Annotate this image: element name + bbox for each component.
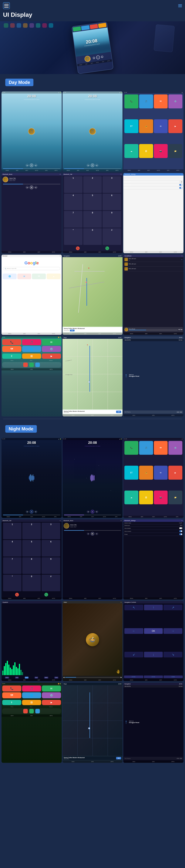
app-files[interactable]: 📁 (168, 144, 182, 158)
night-dial-1[interactable]: 1 (3, 523, 22, 539)
nav-btn-2[interactable]: ZOOM- (144, 676, 163, 678)
night-ios-yt[interactable]: ▶ (42, 700, 61, 705)
prev-btn-2[interactable]: ◀◀ (87, 164, 89, 167)
eq-ctrl-1[interactable]: ROCK (5, 677, 9, 679)
night-call-start[interactable]: 📞 (44, 593, 48, 596)
nav-arrow-ne[interactable]: ↗ (163, 604, 182, 610)
night-app-settings[interactable]: ⚙️ (168, 441, 182, 455)
video-next[interactable]: ▶ (121, 677, 122, 678)
ios-app-phone[interactable]: 📞 (2, 339, 21, 345)
dial-star[interactable]: * (64, 228, 82, 245)
night-bt-prev[interactable]: ◀◀ (87, 532, 89, 535)
night-ios-settings[interactable]: ⚙️ (42, 692, 61, 698)
app-bt[interactable]: BT (125, 119, 138, 133)
video-prev[interactable]: ◀ (63, 677, 64, 678)
night-ios-msg[interactable]: ✉ (42, 685, 61, 691)
night-dial-hash[interactable]: # (42, 575, 60, 591)
widget-next[interactable]: ▶▶ (180, 411, 182, 413)
next-btn-2[interactable]: ▶▶ (96, 164, 98, 167)
nav-arrow-w[interactable]: ← (125, 628, 143, 634)
ios-app-safari[interactable]: 🌐 (22, 346, 41, 352)
night-dial-5[interactable]: 5 (22, 540, 41, 557)
eq-ctrl-3[interactable]: JAZZ (25, 677, 28, 679)
dock-item-3[interactable] (35, 363, 40, 367)
night-prev-1[interactable]: ◀◀ (26, 510, 28, 513)
menu-icon[interactable] (3, 2, 10, 9)
night-app-video[interactable]: ▶ (168, 466, 182, 479)
call-end-btn[interactable]: 📞 (76, 246, 80, 250)
night-ios-maps[interactable]: 🗺 (2, 692, 21, 698)
nav-dots[interactable] (178, 4, 182, 7)
nav-btn-3[interactable]: HOME (163, 676, 183, 678)
bt-prev[interactable]: ◀◀ (26, 186, 28, 189)
night-dock-2[interactable] (29, 709, 34, 713)
night-ios-safari[interactable]: 🌐 (22, 692, 41, 698)
night-app-bt[interactable]: BT (125, 466, 138, 479)
night-ios-podcast[interactable]: 🎙 (2, 700, 21, 705)
night-app-gallery[interactable]: 🖼 (139, 491, 153, 504)
night-call-end[interactable]: 📞 (15, 593, 19, 596)
night-widget-prev[interactable]: ◀ (177, 757, 178, 759)
night-next-1[interactable]: ▶▶ (34, 510, 37, 513)
dial-1[interactable]: 1 (64, 176, 82, 193)
night-auto-connect-toggle[interactable] (179, 530, 182, 532)
dial-3[interactable]: 3 (103, 176, 121, 193)
bt-settings-close[interactable]: × (182, 174, 182, 175)
night-dock-3[interactable] (35, 709, 40, 713)
nav-arrow-center[interactable]: OK (144, 628, 163, 634)
dial-4[interactable]: 4 (64, 194, 82, 210)
auto-connect-toggle[interactable] (179, 184, 182, 186)
ios-app-photos[interactable]: 🖼 (22, 353, 41, 359)
night-play-2[interactable]: ⏸ (90, 510, 95, 514)
dock-item-1[interactable] (23, 363, 28, 367)
ios-app-podcast[interactable]: 🎙 (2, 353, 21, 359)
app-phone[interactable]: 📞 (125, 94, 138, 108)
night-go-btn[interactable]: GO (116, 757, 121, 760)
app-settings[interactable]: ⚙️ (168, 94, 182, 108)
widget-prev[interactable]: ◀ (177, 411, 178, 413)
nav-arrow-se[interactable]: ↘ (163, 652, 182, 657)
night-app-weather[interactable]: ☁ (125, 491, 138, 504)
ios-app-maps[interactable]: 🗺 (2, 346, 21, 352)
night-app-msg[interactable]: ✉ (154, 466, 168, 479)
google-search-bar[interactable]: 🔍Search or type URL (3, 267, 60, 270)
nav-arrow-sw[interactable]: ↙ (125, 652, 143, 657)
night-ios-phone[interactable]: 📞 (2, 685, 21, 691)
night-dial-6[interactable]: 6 (42, 540, 60, 557)
nav-btn-1[interactable]: ZOOM+ (124, 676, 143, 678)
night-dial-star[interactable]: * (3, 575, 22, 591)
bookmark-2[interactable]: 📧 (17, 274, 31, 279)
nav-arrow-e[interactable]: → (163, 628, 182, 634)
night-widget-next[interactable]: ▶▶ (180, 757, 182, 759)
ios-app-youtube[interactable]: ▶ (42, 353, 61, 359)
auto-answer-toggle[interactable] (179, 181, 182, 183)
go-button[interactable]: GO (70, 330, 75, 332)
night-widget-play[interactable]: ▶ (178, 757, 179, 759)
night-app-radio[interactable]: 📻 (139, 466, 153, 479)
dial-6[interactable]: 6 (103, 194, 121, 210)
dial-7[interactable]: 7 (64, 211, 82, 227)
app-gallery[interactable]: 🖼 (139, 144, 153, 158)
music-track-1[interactable]: 华乐_018.mp3 xxx ▶ (123, 257, 184, 262)
app-nav[interactable]: 🗺 (154, 94, 168, 108)
ios-app-music[interactable]: 🎵 (22, 339, 41, 345)
night-app-files[interactable]: 📁 (168, 491, 182, 504)
night-dial-9[interactable]: 9 (42, 557, 60, 574)
night-app-phone[interactable]: 📞 (125, 441, 138, 455)
video-progress[interactable] (65, 677, 120, 678)
bookmark-4[interactable]: ☁ (47, 274, 60, 279)
night-prev-2[interactable]: ◀◀ (87, 510, 89, 513)
night-dial-4[interactable]: 4 (3, 540, 22, 557)
mini-play[interactable]: ⏸ (180, 329, 181, 330)
play-btn-1[interactable]: ⏸ (30, 163, 33, 167)
app-weather[interactable]: ☁ (125, 144, 138, 158)
night-ios-photos[interactable]: 🖼 (22, 700, 41, 705)
night-app-music[interactable]: 🎵 (139, 441, 153, 455)
night-ios-music[interactable]: 🎵 (22, 685, 41, 691)
bt-next[interactable]: ▶▶ (34, 186, 37, 189)
dial-8[interactable]: 8 (83, 211, 102, 227)
dial-5[interactable]: 5 (83, 194, 102, 210)
ios-app-settings[interactable]: ⚙️ (42, 346, 61, 352)
dial-0[interactable]: 0 (83, 228, 102, 245)
night-auto-answer-toggle[interactable] (179, 527, 182, 529)
